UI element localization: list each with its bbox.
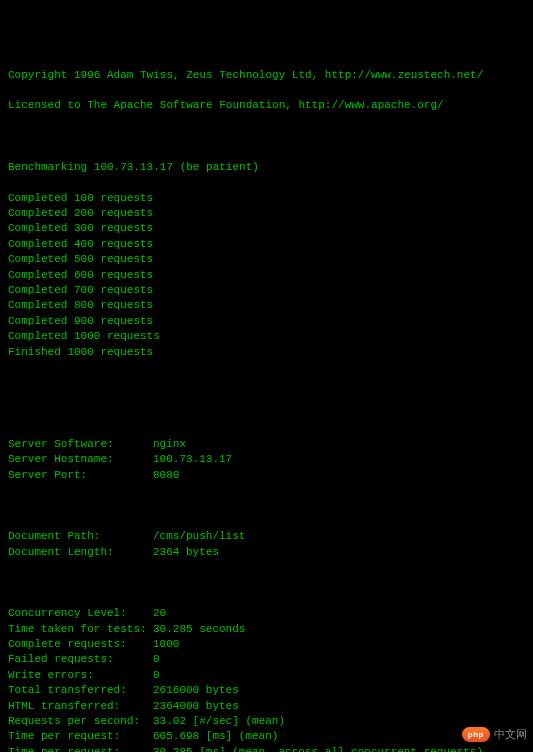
copyright-line: Copyright 1996 Adam Twiss, Zeus Technolo… xyxy=(8,68,525,83)
document-info-label: Document Length: xyxy=(8,545,153,560)
progress-line: Completed 1000 requests xyxy=(8,329,525,344)
result-info-value: 0 xyxy=(153,652,160,667)
progress-line: Completed 400 requests xyxy=(8,237,525,252)
result-info-label: Concurrency Level: xyxy=(8,606,153,621)
server-info-label: Server Hostname: xyxy=(8,452,153,467)
document-info-row: Document Length:2364 bytes xyxy=(8,545,525,560)
progress-line: Completed 800 requests xyxy=(8,298,525,313)
result-info-value: 30.285 [ms] (mean, across all concurrent… xyxy=(153,745,483,752)
progress-line: Finished 1000 requests xyxy=(8,345,525,360)
blank-line xyxy=(8,129,525,144)
document-info-label: Document Path: xyxy=(8,529,153,544)
result-info-value: 0 xyxy=(153,668,160,683)
result-info-label: Requests per second: xyxy=(8,714,153,729)
progress-line: Completed 900 requests xyxy=(8,314,525,329)
blank-line xyxy=(8,499,525,514)
server-info-value: 100.73.13.17 xyxy=(153,452,232,467)
result-info-value: 30.285 seconds xyxy=(153,622,245,637)
result-info-value: 2364000 bytes xyxy=(153,699,239,714)
result-info-label: Time per request: xyxy=(8,729,153,744)
progress-line: Completed 300 requests xyxy=(8,221,525,236)
result-info-label: Failed requests: xyxy=(8,652,153,667)
result-info-row: Requests per second:33.02 [#/sec] (mean) xyxy=(8,714,525,729)
progress-line: Completed 600 requests xyxy=(8,268,525,283)
result-info-row: Complete requests:1000 xyxy=(8,637,525,652)
server-info-value: nginx xyxy=(153,437,186,452)
watermark: php 中文网 xyxy=(462,727,527,742)
result-info-row: HTML transferred:2364000 bytes xyxy=(8,699,525,714)
progress-line: Completed 200 requests xyxy=(8,206,525,221)
result-info-label: Total transferred: xyxy=(8,683,153,698)
result-info-label: Write errors: xyxy=(8,668,153,683)
result-info-label: Time per request: xyxy=(8,745,153,752)
server-info-value: 8080 xyxy=(153,468,179,483)
result-info-row: Total transferred:2616000 bytes xyxy=(8,683,525,698)
result-info-value: 33.02 [#/sec] (mean) xyxy=(153,714,285,729)
progress-line: Completed 500 requests xyxy=(8,252,525,267)
result-info-label: Time taken for tests: xyxy=(8,622,153,637)
benchmarking-line: Benchmarking 100.73.13.17 (be patient) xyxy=(8,160,525,175)
result-info-row: Failed requests:0 xyxy=(8,652,525,667)
server-info-row: Server Port:8080 xyxy=(8,468,525,483)
blank-line xyxy=(8,375,525,390)
server-info-label: Server Software: xyxy=(8,437,153,452)
server-info-row: Server Software:nginx xyxy=(8,437,525,452)
result-info-label: Complete requests: xyxy=(8,637,153,652)
blank-line xyxy=(8,406,525,421)
result-info-row: Concurrency Level:20 xyxy=(8,606,525,621)
document-info-value: 2364 bytes xyxy=(153,545,219,560)
license-line: Licensed to The Apache Software Foundati… xyxy=(8,98,525,113)
document-info-value: /cms/push/list xyxy=(153,529,245,544)
result-info-label: HTML transferred: xyxy=(8,699,153,714)
result-info-value: 605.698 [ms] (mean) xyxy=(153,729,278,744)
result-info-row: Time taken for tests:30.285 seconds xyxy=(8,622,525,637)
document-info-row: Document Path:/cms/push/list xyxy=(8,529,525,544)
server-info-row: Server Hostname:100.73.13.17 xyxy=(8,452,525,467)
progress-line: Completed 700 requests xyxy=(8,283,525,298)
result-info-row: Write errors:0 xyxy=(8,668,525,683)
progress-line: Completed 100 requests xyxy=(8,191,525,206)
result-info-row: Time per request:30.285 [ms] (mean, acro… xyxy=(8,745,525,752)
watermark-text: 中文网 xyxy=(494,727,527,742)
blank-line xyxy=(8,575,525,590)
result-info-value: 1000 xyxy=(153,637,179,652)
php-badge-icon: php xyxy=(462,727,490,742)
result-info-value: 2616000 bytes xyxy=(153,683,239,698)
result-info-row: Time per request:605.698 [ms] (mean) xyxy=(8,729,525,744)
result-info-value: 20 xyxy=(153,606,166,621)
server-info-label: Server Port: xyxy=(8,468,153,483)
